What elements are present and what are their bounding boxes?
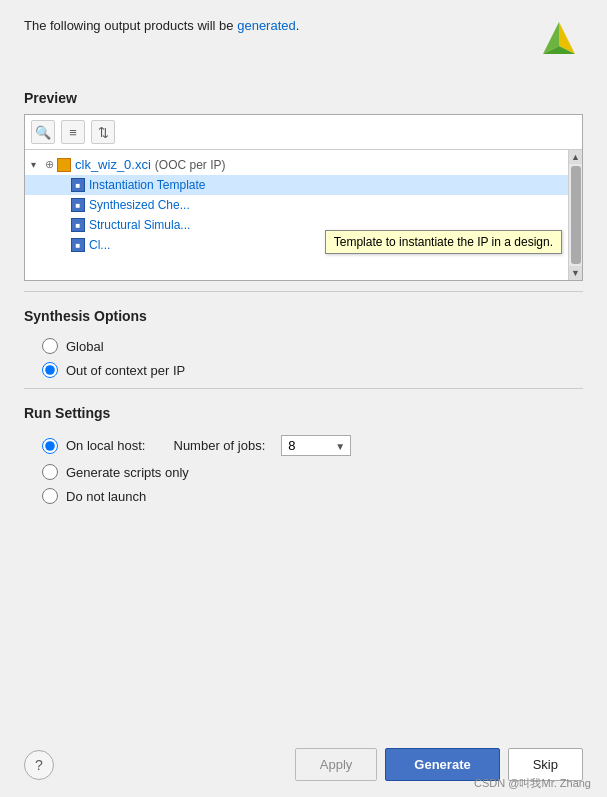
tree-child-1[interactable]: ■ Instantiation Template xyxy=(25,175,582,195)
app-logo xyxy=(535,18,583,66)
run-settings-options: On local host: Number of jobs: 8 Generat… xyxy=(42,435,583,504)
synthesis-option-ooc[interactable]: Out of context per IP xyxy=(42,362,583,378)
scroll-up-arrow[interactable]: ▲ xyxy=(569,150,583,164)
preview-label: Preview xyxy=(24,90,583,106)
generated-link[interactable]: generated xyxy=(237,18,296,33)
radio-ooc-label: Out of context per IP xyxy=(66,363,185,378)
scroll-down-arrow[interactable]: ▼ xyxy=(569,266,583,280)
preview-box: 🔍 ≡ ⇅ ▾ ⊕ clk_wiz_0.xci (OOC per IP) xyxy=(24,114,583,281)
pin-icon: ⊕ xyxy=(45,158,54,171)
search-button[interactable]: 🔍 xyxy=(31,120,55,144)
sort-icon: ⇅ xyxy=(98,125,109,140)
root-filename: clk_wiz_0.xci xyxy=(75,157,151,172)
file-icon-blue-4: ■ xyxy=(71,238,85,252)
child-label-1: Instantiation Template xyxy=(89,178,206,192)
bottom-bar: ? Apply Generate Skip xyxy=(24,732,583,781)
run-option-localhost[interactable]: On local host: xyxy=(42,438,146,454)
tooltip-box: Template to instantiate the IP in a desi… xyxy=(325,230,562,254)
sort-button[interactable]: ⇅ xyxy=(91,120,115,144)
radio-scripts-label: Generate scripts only xyxy=(66,465,189,480)
child-label-3: Structural Simula... xyxy=(89,218,190,232)
jobs-select-wrap[interactable]: 8 xyxy=(281,435,351,456)
radio-scripts[interactable] xyxy=(42,464,58,480)
header-row: The following output products will be ge… xyxy=(24,18,583,66)
jobs-select[interactable]: 8 xyxy=(281,435,351,456)
radio-ooc[interactable] xyxy=(42,362,58,378)
radio-global-label: Global xyxy=(66,339,104,354)
run-option-nolaunch[interactable]: Do not launch xyxy=(42,488,583,504)
jobs-label: Number of jobs: xyxy=(174,438,266,453)
file-icon-blue-3: ■ xyxy=(71,218,85,232)
run-option-scripts[interactable]: Generate scripts only xyxy=(42,464,583,480)
search-icon: 🔍 xyxy=(35,125,51,140)
radio-localhost-label: On local host: xyxy=(66,438,146,453)
preview-area: ▾ ⊕ clk_wiz_0.xci (OOC per IP) ■ Instant… xyxy=(25,150,582,280)
child-label-4: Cl... xyxy=(89,238,110,252)
file-icon-orange xyxy=(57,158,71,172)
expand-icon: ▾ xyxy=(31,159,43,170)
child-label-2: Synthesized Che... xyxy=(89,198,190,212)
root-meta: (OOC per IP) xyxy=(155,158,226,172)
file-icon-blue-2: ■ xyxy=(71,198,85,212)
radio-global[interactable] xyxy=(42,338,58,354)
scrollbar-vertical[interactable]: ▲ ▼ xyxy=(568,150,582,280)
main-container: The following output products will be ge… xyxy=(0,0,607,797)
apply-button[interactable]: Apply xyxy=(295,748,378,781)
divider-1 xyxy=(24,291,583,292)
run-row-localhost: On local host: Number of jobs: 8 xyxy=(42,435,583,456)
scroll-thumb[interactable] xyxy=(571,166,581,264)
synthesis-options: Global Out of context per IP xyxy=(42,338,583,378)
radio-nolaunch-label: Do not launch xyxy=(66,489,146,504)
synthesis-label: Synthesis Options xyxy=(24,308,583,324)
run-settings-label: Run Settings xyxy=(24,405,583,421)
tree-root-row[interactable]: ▾ ⊕ clk_wiz_0.xci (OOC per IP) xyxy=(25,154,582,175)
file-icon-blue-1: ■ xyxy=(71,178,85,192)
preview-toolbar: 🔍 ≡ ⇅ xyxy=(25,115,582,150)
tree-child-2[interactable]: ■ Synthesized Che... xyxy=(25,195,582,215)
filter-icon: ≡ xyxy=(69,125,77,140)
help-button[interactable]: ? xyxy=(24,750,54,780)
radio-localhost[interactable] xyxy=(42,438,58,454)
header-text: The following output products will be ge… xyxy=(24,18,299,33)
synthesis-option-global[interactable]: Global xyxy=(42,338,583,354)
watermark: CSDN @叫我Mr. Zhang xyxy=(474,776,591,791)
radio-nolaunch[interactable] xyxy=(42,488,58,504)
divider-2 xyxy=(24,388,583,389)
filter-button[interactable]: ≡ xyxy=(61,120,85,144)
